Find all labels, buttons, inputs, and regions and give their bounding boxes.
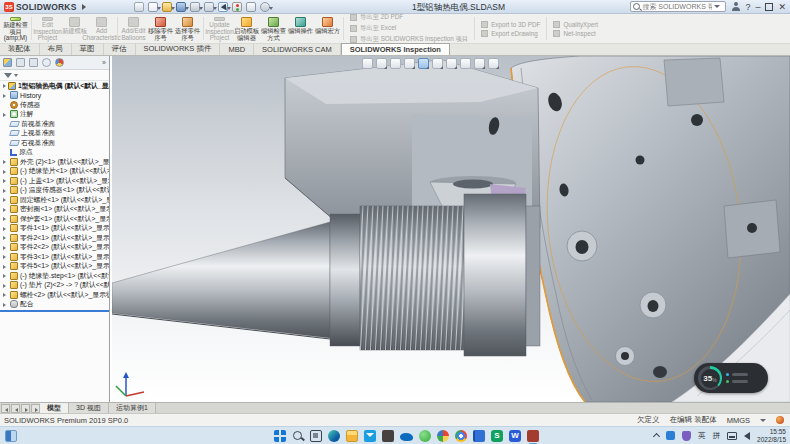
tab-mbd[interactable]: MBD <box>220 43 254 55</box>
units-selector[interactable]: MMGS <box>727 416 750 425</box>
minimize-button[interactable]: – <box>755 2 760 12</box>
export-3d-pdf-button[interactable]: Export to 3D PDF <box>481 21 540 28</box>
rebuild-icon[interactable] <box>232 2 242 12</box>
taskbar-search-icon[interactable] <box>292 430 304 442</box>
tab-addins[interactable]: SOLIDWORKS 插件 <box>136 43 221 55</box>
tree-item-component[interactable]: 零件2<2> (默认<<默认>_显示状 <box>0 243 109 253</box>
tab-layout[interactable]: 布局 <box>40 43 72 55</box>
view-orientation-icon[interactable] <box>418 58 429 69</box>
chrome-icon[interactable] <box>455 430 467 442</box>
app-icon[interactable] <box>382 430 394 442</box>
ime-language-indicator[interactable]: 英 <box>698 431 706 441</box>
notebook-app-icon[interactable] <box>473 430 485 442</box>
export-excel-button[interactable]: 导出至 Excel <box>350 24 468 33</box>
help-button[interactable]: ? <box>745 2 750 12</box>
taskbar-clock[interactable]: 15:55 2022/8/15 <box>757 428 786 443</box>
select-balloons-button[interactable]: 选择零件序号 <box>174 15 201 42</box>
net-inspect-button[interactable]: Net-Inspect <box>553 30 598 37</box>
tray-app-icon[interactable] <box>666 431 675 440</box>
tab-evaluate[interactable]: 评估 <box>104 43 136 55</box>
edit-inspection-method-button[interactable]: 编辑检查方式 <box>260 15 287 42</box>
edit-inspection-project-button[interactable]: Edit Inspection Project <box>34 15 61 42</box>
tree-item-component[interactable]: 密封圈<1> (默认<<默认>_显示状 <box>0 205 109 215</box>
qualityxpert-button[interactable]: QualityXpert <box>553 21 598 28</box>
tab-sketch[interactable]: 草图 <box>72 43 104 55</box>
edge-browser-icon[interactable] <box>328 430 340 442</box>
export-2d-pdf-button[interactable]: 导出至 2D PDF <box>350 13 468 22</box>
help-search-box[interactable] <box>630 1 726 12</box>
tree-item-right-plane[interactable]: 右视基准面 <box>0 138 109 148</box>
volume-icon[interactable] <box>744 432 750 440</box>
graphics-viewport[interactable]: 35 % <box>112 56 790 402</box>
print-icon[interactable] <box>190 2 200 12</box>
add-edit-balloons-button[interactable]: Add/Edit Balloons <box>120 15 147 42</box>
close-button[interactable]: ✕ <box>778 2 786 12</box>
filter-dropdown-icon[interactable] <box>14 74 18 77</box>
tree-item-origin[interactable]: 原点 <box>0 148 109 158</box>
launch-template-editor-button[interactable]: 启动模板编辑器 <box>233 15 260 42</box>
tab-model[interactable]: 模型 <box>40 403 69 413</box>
tree-item-history[interactable]: History <box>0 91 109 101</box>
home-icon[interactable] <box>134 2 144 12</box>
select-cursor-icon[interactable] <box>218 2 228 12</box>
tree-item-component[interactable]: (-) 垫片 (2)<2> -> ? (默认<<默认 <box>0 281 109 291</box>
new-document-icon[interactable] <box>148 2 158 12</box>
displaymanager-tab-icon[interactable] <box>55 58 64 67</box>
options-icon[interactable] <box>260 2 270 12</box>
tab-motion-study[interactable]: 运动算例1 <box>109 403 156 413</box>
tab-3d-views[interactable]: 3D 视图 <box>69 403 109 413</box>
app-icon-green[interactable] <box>419 430 431 442</box>
tab-scroll-first-icon[interactable] <box>1 404 10 413</box>
add-characteristic-button[interactable]: Add Characteristic <box>88 15 115 42</box>
dimxpertmanager-tab-icon[interactable] <box>42 58 51 67</box>
tree-item-mates[interactable]: 配合 <box>0 300 109 310</box>
tree-item-annotations[interactable]: 注解 <box>0 110 109 120</box>
export-edrawing-button[interactable]: Export eDrawing <box>481 30 540 37</box>
featuremanager-tab-icon[interactable] <box>3 58 12 67</box>
update-inspection-project-button[interactable]: Update Inspection Project <box>206 15 233 42</box>
tree-item-component[interactable]: (-) 绝缘垫.step<1> (默认<<默认 <box>0 271 109 281</box>
task-view-icon[interactable] <box>310 430 322 442</box>
view-settings-icon[interactable] <box>488 58 499 69</box>
zoom-fit-icon[interactable] <box>362 58 373 69</box>
panel-more-chevron-icon[interactable]: » <box>102 59 106 66</box>
section-view-icon[interactable] <box>404 58 415 69</box>
tab-scroll-back-icon[interactable] <box>11 404 20 413</box>
save-icon[interactable] <box>176 2 186 12</box>
tab-scroll-forward-icon[interactable] <box>21 404 30 413</box>
tab-solidworks-cam[interactable]: SOLIDWORKS CAM <box>254 43 341 55</box>
ime-mode-indicator[interactable]: 拼 <box>713 431 721 441</box>
tree-root-assembly[interactable]: 1型铝轴热电偶 (默认<默认_显示状态-1 <box>0 81 109 91</box>
tree-item-component[interactable]: 零件3<1> (默认<<默认>_显示状 <box>0 252 109 262</box>
performance-widget[interactable]: 35 % <box>694 363 768 393</box>
file-properties-icon[interactable] <box>246 2 256 12</box>
tray-overflow-chevron-icon[interactable] <box>653 433 660 440</box>
tab-assembly[interactable]: 装配体 <box>0 43 40 55</box>
app-icon-w[interactable]: W <box>509 430 521 442</box>
maximize-button[interactable] <box>765 3 773 11</box>
tag-icon[interactable] <box>776 416 784 424</box>
onedrive-icon[interactable] <box>400 433 413 441</box>
open-icon[interactable] <box>162 2 172 12</box>
tree-item-component[interactable]: 零件2<1> (默认<<默认>_显示状 <box>0 233 109 243</box>
tree-item-component[interactable]: 螺栓<2> (默认<<默认>_显示状态 <box>0 290 109 300</box>
tree-item-component[interactable]: 保护套<1> (默认<<默认>_显示状 <box>0 214 109 224</box>
filter-funnel-icon[interactable] <box>4 73 12 78</box>
tree-item-sensors[interactable]: 传感器 <box>0 100 109 110</box>
touch-keyboard-icon[interactable] <box>727 432 737 440</box>
remove-balloons-button[interactable]: 移除零件序号 <box>147 15 174 42</box>
tree-item-component[interactable]: (-) 上盖<1> (默认<<默认>_显示状 <box>0 176 109 186</box>
propertymanager-tab-icon[interactable] <box>16 58 25 67</box>
hide-show-items-icon[interactable] <box>446 58 457 69</box>
previous-view-icon[interactable] <box>390 58 401 69</box>
units-dropdown-icon[interactable] <box>760 419 766 422</box>
new-inspection-project-button[interactable]: 新建检查项目 (amp;M) <box>2 15 29 42</box>
tree-item-component[interactable]: (-) 绝缘垫片<1> (默认<<默认>_显 <box>0 167 109 177</box>
widgets-icon[interactable] <box>5 430 17 442</box>
tree-item-component[interactable]: 零件5<1> (默认<<默认>_显示状 <box>0 262 109 272</box>
undo-icon[interactable] <box>204 2 214 12</box>
tree-item-front-plane[interactable]: 前视基准面 <box>0 119 109 129</box>
menu-flyout-arrow-icon[interactable] <box>82 4 86 10</box>
search-dropdown-icon[interactable] <box>714 5 720 8</box>
configurationmanager-tab-icon[interactable] <box>29 58 38 67</box>
